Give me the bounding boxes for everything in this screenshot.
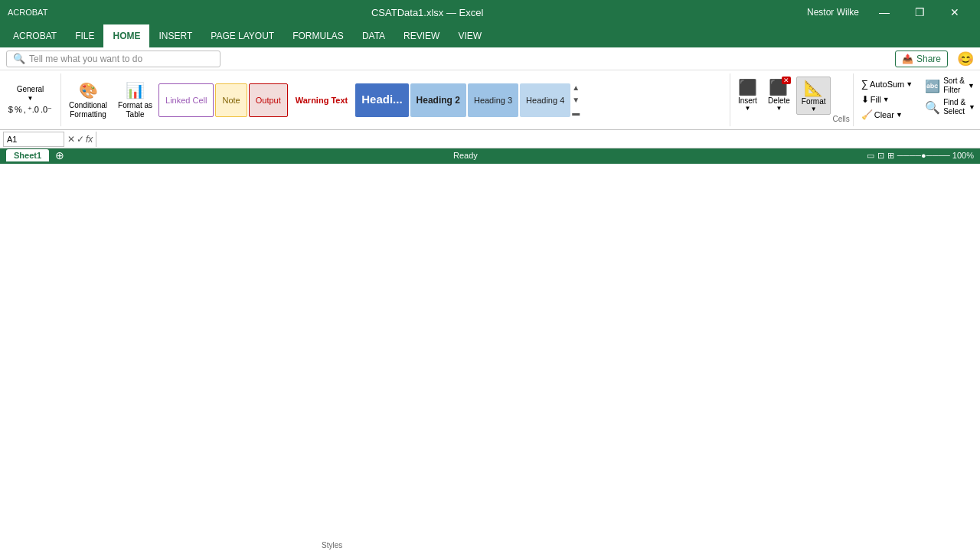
comma-btn[interactable]: , <box>24 105 26 115</box>
formula-cancel-btn[interactable]: ✕ <box>67 134 75 145</box>
styles-scroll[interactable]: ▲ ▼ ▬ <box>572 83 580 117</box>
number-format-btn[interactable]: General ▼ <box>14 83 47 103</box>
cells-label: Cells <box>832 115 849 123</box>
formula-confirm-btn[interactable]: ✓ <box>77 134 84 145</box>
tab-file[interactable]: FILE <box>66 24 103 47</box>
page-layout-btn[interactable]: ⊡ <box>877 151 884 161</box>
style-linked-cell[interactable]: Linked Cell <box>158 83 214 117</box>
find-select-btn[interactable]: 🔍 Find &Select ▼ <box>925 98 975 116</box>
restore-button[interactable]: ❒ <box>902 0 937 24</box>
currency-btn[interactable]: $ <box>8 105 13 115</box>
conditional-formatting-btn[interactable]: 🎨 ConditionalFormatting <box>64 78 112 122</box>
acrobat-label: ACROBAT <box>8 8 47 17</box>
style-note[interactable]: Note <box>215 83 247 117</box>
spreadsheet-area: J K L M N O P ▲ Format > Move or Copy Sh… <box>0 148 980 164</box>
normal-view-btn[interactable]: ▭ <box>867 151 874 161</box>
cells-group: ⬛ Insert ▼ ⬛ ✕ Delete ▼ 📐 Format ▼ Cells <box>730 73 854 126</box>
formula-input[interactable] <box>96 132 977 147</box>
ribbon-tabs: ACROBAT FILE HOME INSERT PAGE LAYOUT FOR… <box>0 24 980 47</box>
minimize-button[interactable]: — <box>867 0 902 24</box>
ribbon-group-number: General ▼ $ % , ⁺.0 .0⁻ <box>0 73 61 126</box>
close-button[interactable]: ✕ <box>937 0 972 24</box>
title-text: CSATData1.xlsx — Excel <box>371 7 483 18</box>
add-sheet-btn[interactable]: ⊕ <box>55 149 64 161</box>
tab-view[interactable]: VIEW <box>449 24 491 47</box>
increase-decimal-btn[interactable]: ⁺.0 <box>28 105 39 115</box>
percent-btn[interactable]: % <box>15 105 22 115</box>
formula-bar: A1 ✕ ✓ fx <box>0 130 980 148</box>
bottom-bar: Sheet1 ⊕ Ready ▭ ⊡ ⊞ ────●──── 100% <box>0 148 980 164</box>
style-heading1[interactable]: Headi... <box>355 83 408 117</box>
style-output[interactable]: Output <box>249 83 288 117</box>
style-heading3[interactable]: Heading 3 <box>468 83 518 117</box>
style-warning-text[interactable]: Warning Text <box>289 83 354 117</box>
sort-find-group: 🔤 Sort &Filter ▼ 🔍 Find &Select ▼ <box>920 73 980 126</box>
tab-data[interactable]: DATA <box>353 24 394 47</box>
sheet-tab[interactable]: Sheet1 <box>6 149 49 161</box>
user-name: Nestor Wilke <box>807 7 859 18</box>
tab-review[interactable]: REVIEW <box>394 24 449 47</box>
style-heading2[interactable]: Heading 2 <box>410 83 466 117</box>
tell-me-input[interactable]: 🔍 Tell me what you want to do <box>6 51 220 67</box>
decrease-decimal-btn[interactable]: .0⁻ <box>41 105 52 115</box>
title-bar: ACROBAT CSATData1.xlsx — Excel Nestor Wi… <box>0 0 980 24</box>
tab-insert[interactable]: INSERT <box>149 24 201 47</box>
tab-page-layout[interactable]: PAGE LAYOUT <box>201 24 283 47</box>
tell-me-bar: 🔍 Tell me what you want to do 📤Share 😊 <box>0 47 980 70</box>
share-button[interactable]: 📤Share <box>895 51 948 67</box>
user-avatar: 😊 <box>957 51 974 67</box>
tab-formulas[interactable]: FORMULAS <box>283 24 353 47</box>
clear-btn[interactable]: 🧹 Clear ▼ <box>858 108 906 122</box>
page-break-btn[interactable]: ⊞ <box>887 151 894 161</box>
editing-group: ∑ AutoSum ▼ ⬇ Fill ▼ 🧹 Clear ▼ <box>854 73 920 126</box>
tab-acrobat[interactable]: ACROBAT <box>4 24 66 47</box>
status-bar: Ready <box>453 151 478 160</box>
name-box[interactable]: A1 <box>3 132 64 147</box>
autosum-btn[interactable]: ∑ AutoSum ▼ <box>858 77 916 91</box>
insert-btn[interactable]: ⬛ Insert ▼ <box>733 77 762 113</box>
styles-group: 🎨 ConditionalFormatting 📊 Format asTable… <box>61 73 730 126</box>
ribbon-content: General ▼ $ % , ⁺.0 .0⁻ 🎨 ConditionalFor… <box>0 70 980 130</box>
format-btn[interactable]: 📐 Format ▼ <box>796 77 831 115</box>
formula-insert-btn[interactable]: fx <box>86 134 93 145</box>
delete-btn[interactable]: ⬛ ✕ Delete ▼ <box>763 77 795 113</box>
fill-btn[interactable]: ⬇ Fill ▼ <box>858 93 893 106</box>
zoom-slider[interactable]: ────●──── 100% <box>897 151 974 160</box>
style-heading4[interactable]: Heading 4 <box>520 83 570 117</box>
sort-filter-btn[interactable]: 🔤 Sort &Filter ▼ <box>925 77 975 95</box>
tab-home[interactable]: HOME <box>103 24 149 47</box>
format-as-table-btn[interactable]: 📊 Format asTable <box>113 78 157 122</box>
